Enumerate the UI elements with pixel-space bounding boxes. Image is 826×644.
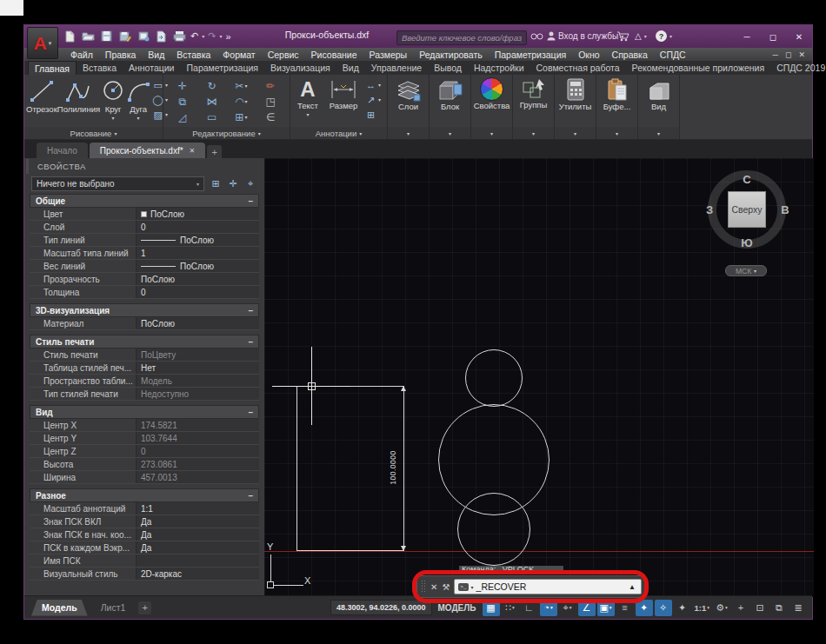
drag-grip-icon[interactable] bbox=[421, 580, 426, 594]
property-row[interactable]: Пространство табли... Модель bbox=[30, 375, 259, 388]
ribbon-tab[interactable]: Главная bbox=[28, 61, 77, 75]
edit-tool-icon[interactable]: ✛ ▾ bbox=[169, 78, 197, 93]
property-value[interactable]: ПоЦвету bbox=[136, 349, 259, 361]
command-close-icon[interactable]: ✕ bbox=[430, 582, 437, 592]
property-value[interactable]: ПоСлою bbox=[136, 317, 259, 329]
plot-icon[interactable] bbox=[136, 29, 150, 43]
edit-tool-icon[interactable]: ◠ ▾ bbox=[228, 94, 256, 109]
file-tab-document[interactable]: Прокси-объекты.dxf* ✕ bbox=[90, 143, 205, 158]
panel-strip-properties[interactable]: ▾ bbox=[471, 127, 512, 139]
selection-dropdown[interactable]: Ничего не выбрано ▾ bbox=[31, 176, 204, 191]
ribbon-tab[interactable]: Совместная работа bbox=[530, 61, 626, 75]
tab-close-icon[interactable]: ✕ bbox=[190, 147, 196, 155]
ribbon-tab[interactable]: Аннотации bbox=[123, 61, 181, 75]
menu-item[interactable]: Окно bbox=[572, 50, 605, 60]
status-toggle[interactable]: ≡ ▾ bbox=[616, 600, 634, 616]
edit-tool-icon[interactable]: ◿ ▾ bbox=[169, 110, 197, 124]
search-input[interactable] bbox=[396, 30, 527, 45]
history-expand-icon[interactable]: ▲ bbox=[629, 583, 637, 591]
drawn-circle-bottom[interactable] bbox=[457, 493, 530, 566]
wrench-icon[interactable]: ⚒ bbox=[442, 582, 450, 592]
ribbon-tab[interactable]: СПДС 2019 bbox=[770, 61, 826, 75]
status-toggle[interactable]: 1:1 ▾ bbox=[693, 600, 712, 616]
section-header[interactable]: Разное – bbox=[30, 488, 259, 502]
text-button[interactable]: A Текст ▾ bbox=[292, 76, 323, 122]
layers-button[interactable]: Слои bbox=[388, 75, 429, 111]
annotation-tool-icon[interactable]: ↔ ▾ bbox=[363, 79, 383, 92]
layout-tab-sheet1[interactable]: Лист1 bbox=[90, 600, 137, 616]
arc-button[interactable]: Дуга ▾ bbox=[126, 76, 150, 122]
add-layout-button[interactable]: + bbox=[138, 601, 151, 614]
collapse-icon[interactable]: – bbox=[248, 306, 253, 315]
edit-tool-icon[interactable]: ↻ ▾ bbox=[198, 78, 226, 93]
property-value[interactable]: 457.0013 bbox=[136, 471, 259, 483]
polyline-button[interactable]: Полилиния bbox=[57, 76, 100, 122]
property-value[interactable]: 2D-каркас bbox=[136, 568, 259, 580]
palette-tool-icon[interactable]: ✛ bbox=[226, 177, 240, 191]
ribbon-tab[interactable]: Вывод bbox=[428, 61, 468, 75]
property-row[interactable]: Масштаб типа линий 1 bbox=[30, 247, 259, 260]
menu-item[interactable]: Вид bbox=[142, 50, 170, 60]
redo-caret-icon[interactable]: ▾ bbox=[219, 33, 222, 39]
arc-caret-icon[interactable]: ▾ bbox=[137, 115, 140, 121]
doc-restore-icon[interactable]: ◻ bbox=[785, 50, 791, 59]
status-toggle[interactable]: ⧉ ▾ bbox=[770, 600, 788, 616]
edit-tool-icon[interactable]: ✂ ▾ bbox=[228, 78, 256, 93]
collapse-icon[interactable]: – bbox=[248, 196, 253, 206]
property-row[interactable]: Стиль печати ПоЦвету bbox=[30, 349, 259, 362]
property-value[interactable]: ПоСлою bbox=[136, 208, 259, 220]
drawn-circle-top[interactable] bbox=[465, 349, 523, 407]
property-value[interactable]: 273.0861 bbox=[136, 458, 259, 470]
property-value[interactable]: 174.5821 bbox=[136, 419, 259, 431]
command-line-bar[interactable]: ✕ ⚒ >_ ▾ _RECOVER ▲ bbox=[416, 575, 646, 598]
viewcube-wcs-button[interactable]: МСК ▾ bbox=[725, 265, 767, 276]
viewcube-east[interactable]: В bbox=[775, 203, 796, 216]
panel-strip-annotation[interactable]: Аннотации▾ bbox=[290, 127, 387, 139]
property-value[interactable]: Недоступно bbox=[136, 388, 259, 400]
palette-tool-icon[interactable]: ⌖ bbox=[243, 177, 257, 191]
store-cart-icon[interactable] bbox=[616, 29, 629, 43]
property-row[interactable]: Тип линий ПоСлою bbox=[30, 234, 259, 247]
viewcube-north[interactable]: С bbox=[736, 173, 757, 186]
ribbon-tab[interactable]: Управление bbox=[365, 61, 428, 75]
model-space-label[interactable]: МОДЕЛЬ bbox=[435, 603, 480, 613]
search-binoculars-icon[interactable] bbox=[530, 29, 543, 43]
collapse-icon[interactable]: – bbox=[248, 408, 253, 417]
panel-strip-utilities[interactable]: ▾ bbox=[555, 127, 596, 139]
command-text[interactable]: _RECOVER bbox=[476, 581, 527, 592]
open-folder-icon[interactable] bbox=[81, 29, 96, 43]
property-value[interactable]: 1:1 bbox=[136, 502, 259, 515]
qat-more-icon[interactable]: » bbox=[225, 31, 230, 42]
command-input-field[interactable]: >_ ▾ _RECOVER ▲ bbox=[454, 579, 642, 594]
viewcube-south[interactable]: Ю bbox=[736, 236, 757, 249]
new-tab-button[interactable]: + bbox=[207, 145, 222, 158]
property-row[interactable]: ПСК в каждом Вэкр... Да bbox=[30, 541, 259, 554]
block-button[interactable]: Блок bbox=[430, 75, 470, 111]
application-menu-button[interactable]: A ▾ bbox=[27, 27, 58, 59]
ribbon-tab[interactable]: Вставка bbox=[77, 61, 123, 75]
property-value[interactable]: Модель bbox=[136, 375, 259, 387]
clipboard-button[interactable]: Буфе... bbox=[596, 75, 637, 111]
panel-strip-layers[interactable]: ▾ bbox=[388, 127, 429, 139]
status-toggle[interactable]: ✦ ▾ bbox=[636, 600, 653, 616]
doc-minimize-icon[interactable]: ─ bbox=[773, 50, 778, 59]
property-row[interactable]: Визуальный стиль 2D-каркас bbox=[30, 568, 259, 581]
status-toggle[interactable]: ⚙ ▾ bbox=[713, 600, 730, 616]
help-icon[interactable]: ? bbox=[656, 30, 667, 42]
undo-icon[interactable]: ↶ bbox=[190, 30, 198, 42]
property-value[interactable]: ПоСлою bbox=[136, 234, 259, 246]
edit-tool-icon[interactable]: ∈ ▾ bbox=[256, 110, 284, 124]
panel-strip-editing[interactable]: Редактирование▾ bbox=[163, 127, 290, 139]
edit-tool-icon[interactable]: ⊞ ▾ bbox=[228, 110, 256, 124]
property-row[interactable]: Масштаб аннотаций 1:1 bbox=[30, 502, 259, 515]
property-row[interactable]: Толщина 0 bbox=[30, 286, 259, 299]
menu-item[interactable]: Рисование bbox=[305, 50, 363, 60]
property-value[interactable]: Да bbox=[136, 528, 259, 541]
undo-caret-icon[interactable]: ▾ bbox=[202, 33, 204, 39]
file-tab-start[interactable]: Начало bbox=[37, 143, 88, 158]
redo-icon[interactable]: ↷ bbox=[208, 30, 216, 42]
property-value[interactable]: ПоСлою bbox=[136, 260, 259, 272]
status-toggle[interactable]: ∟ ▾ bbox=[521, 600, 538, 616]
status-toggle[interactable]: ∠ ▾ bbox=[578, 600, 596, 616]
property-row[interactable]: Таблица стилей печ... Нет bbox=[30, 362, 259, 375]
